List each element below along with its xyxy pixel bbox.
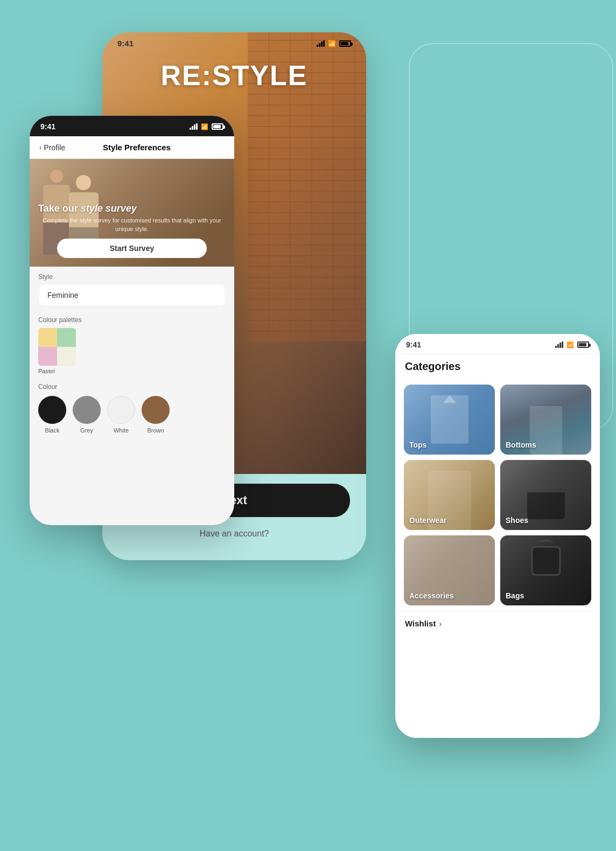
categories-title: Categories (405, 360, 590, 373)
signal-icon-cat (555, 341, 563, 348)
colour-dot-grey: Grey (73, 396, 101, 434)
black-dot (38, 396, 66, 424)
signal-icon-style (190, 123, 198, 130)
survey-title: Take our style survey (38, 203, 226, 214)
palette-cell-1 (38, 328, 57, 347)
battery-icon-style (212, 123, 223, 130)
colour-dot-brown: Brown (142, 396, 170, 434)
palette-cell-3 (38, 347, 57, 366)
cat-statusbar: 9:41 📶 (395, 334, 600, 354)
brand-title: RE:STYLE (102, 59, 366, 92)
survey-title-italic: style survey (81, 203, 137, 214)
start-survey-button[interactable]: Start Survey (57, 239, 207, 258)
palette-name: Pastel (38, 368, 226, 374)
battery-icon-cat (577, 341, 589, 348)
wifi-icon: 📶 (328, 40, 336, 47)
grey-dot (73, 396, 101, 424)
signal-icon (317, 40, 325, 47)
survey-desc: Complete the style survey for customised… (38, 217, 226, 233)
cat-status-icons: 📶 (555, 341, 589, 348)
categories-grid: Tops Bottoms Outerwear Shoes (395, 379, 600, 611)
back-chevron-icon: ‹ (39, 143, 41, 151)
categories-header: Categories (395, 354, 600, 379)
colour-palettes-section: Colour palettes Pastel (30, 310, 234, 378)
category-bottoms[interactable]: Bottoms (500, 385, 591, 455)
category-shoes[interactable]: Shoes (500, 460, 591, 530)
style-section: Style Feminine (30, 267, 234, 310)
brown-dot (142, 396, 170, 424)
tops-label: Tops (409, 441, 426, 449)
category-outerwear[interactable]: Outerwear (404, 460, 495, 530)
colour-dots-label: Colour (38, 383, 226, 390)
outerwear-label: Outerwear (409, 516, 446, 525)
colour-dot-black: Black (38, 396, 66, 434)
palette-grid (38, 328, 76, 366)
battery-icon (339, 40, 351, 47)
bottoms-label: Bottoms (506, 441, 536, 449)
style-value: Feminine (38, 284, 226, 306)
hero-status-icons: 📶 (317, 40, 351, 47)
accessories-label: Accessories (409, 591, 454, 600)
white-label: White (114, 427, 129, 434)
category-tops[interactable]: Tops (404, 385, 495, 455)
hero-time: 9:41 (117, 39, 134, 48)
wifi-icon-cat: 📶 (566, 341, 574, 348)
colour-dot-white: White (107, 396, 135, 434)
colour-dots-container: Black Grey White Brown (38, 396, 226, 434)
style-statusbar: 9:41 📶 (30, 116, 234, 136)
survey-banner-overlay: Take our style survey Complete the style… (30, 194, 234, 267)
wishlist-bar[interactable]: Wishlist › (395, 611, 600, 636)
nav-title: Style Preferences (65, 143, 208, 152)
wishlist-label: Wishlist (405, 619, 436, 628)
grey-label: Grey (80, 427, 93, 434)
style-nav: ‹ Profile Style Preferences (30, 136, 234, 159)
hero-statusbar: 9:41 📶 (102, 32, 366, 51)
black-label: Black (45, 427, 60, 434)
back-button[interactable]: ‹ Profile (39, 143, 65, 152)
brown-label: Brown (147, 427, 164, 434)
bags-label: Bags (506, 591, 524, 600)
white-dot (107, 396, 135, 424)
have-account-text: Have an account? (102, 529, 366, 539)
shoes-label: Shoes (506, 516, 528, 525)
colour-dots-section: Colour Black Grey White Brown (30, 378, 234, 440)
category-accessories[interactable]: Accessories (404, 535, 495, 605)
palette-cell-2 (57, 328, 76, 347)
survey-banner: Take our style survey Complete the style… (30, 159, 234, 267)
colour-palettes-label: Colour palettes (38, 316, 226, 324)
category-bags[interactable]: Bags (500, 535, 591, 605)
phone-categories: 9:41 📶 Categories Tops (395, 334, 600, 738)
cat-time: 9:41 (406, 340, 421, 349)
phone-style-preferences: 9:41 📶 ‹ Profile Style Preferences (30, 116, 234, 525)
palette-cell-4 (57, 347, 76, 366)
style-label: Style (38, 273, 226, 281)
style-time: 9:41 (40, 122, 55, 131)
wifi-icon-style: 📶 (201, 123, 208, 130)
wishlist-chevron-icon: › (439, 619, 442, 628)
back-label: Profile (44, 143, 65, 152)
style-status-icons: 📶 (190, 123, 223, 130)
